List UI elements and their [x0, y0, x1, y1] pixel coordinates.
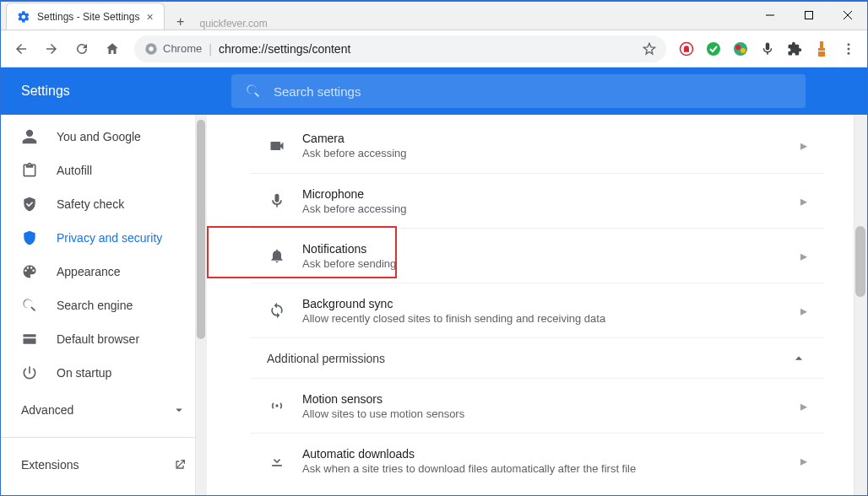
browser-icon	[21, 331, 38, 348]
back-button[interactable]	[8, 35, 35, 62]
sidebar-item-label: Search engine	[57, 299, 133, 312]
camera-icon	[267, 137, 287, 154]
tab-title: Settings - Site Settings	[37, 11, 139, 23]
svg-point-13	[848, 51, 850, 54]
row-motion-sensors[interactable]: Motion sensorsAllow sites to use motion …	[250, 378, 824, 433]
chevron-right-icon: ▸	[800, 193, 807, 209]
settings-page: Settings You and Google Autofill	[1, 67, 867, 496]
settings-sidebar: You and Google Autofill Safety check Pri…	[1, 115, 207, 496]
svg-point-6	[735, 45, 741, 50]
palette-icon	[21, 263, 38, 280]
omnibox-separator: |	[209, 42, 212, 56]
sidebar-item-you-google[interactable]: You and Google	[1, 120, 207, 154]
maximize-button[interactable]	[789, 2, 828, 29]
page-scroll-thumb[interactable]	[855, 226, 865, 297]
row-sub: Ask before accessing	[302, 147, 800, 159]
sidebar-item-startup[interactable]: On startup	[1, 356, 207, 390]
svg-rect-0	[806, 12, 813, 19]
sidebar-item-search[interactable]: Search engine	[1, 288, 207, 322]
chevron-right-icon: ▸	[800, 453, 807, 469]
window-controls	[751, 2, 867, 30]
svg-rect-8	[820, 41, 823, 48]
sidebar-item-autofill[interactable]: Autofill	[1, 154, 207, 187]
sidebar-item-label: On startup	[57, 366, 111, 380]
search-icon	[21, 297, 38, 314]
page-scrollbar[interactable]	[854, 115, 867, 496]
extensions-puzzle-icon[interactable]	[783, 35, 806, 62]
section-additional-permissions[interactable]: Additional permissions	[250, 337, 824, 378]
microphone-icon[interactable]	[756, 35, 779, 62]
browser-tab[interactable]: Settings - Site Settings ×	[6, 3, 165, 30]
address-bar[interactable]: Chrome | chrome://settings/content	[134, 35, 666, 62]
star-icon[interactable]	[643, 42, 656, 56]
sync-icon	[267, 302, 287, 319]
open-external-icon	[173, 458, 187, 472]
chevron-up-icon	[790, 350, 807, 367]
chevron-right-icon: ▸	[800, 303, 807, 319]
close-window-button[interactable]	[828, 2, 867, 29]
forward-button[interactable]	[38, 35, 65, 62]
row-background-sync[interactable]: Background syncAllow recently closed sit…	[250, 283, 824, 337]
chip-label: Chrome	[163, 42, 202, 55]
svg-point-11	[848, 43, 850, 46]
chrome-chip: Chrome	[144, 42, 202, 56]
shield-check-icon	[21, 196, 38, 213]
new-tab-button[interactable]: +	[168, 14, 193, 30]
row-title: Automatic downloads	[302, 447, 800, 461]
row-sub: Ask before accessing	[302, 202, 800, 215]
row-sub: Allow sites to use motion sensors	[302, 407, 800, 420]
url-text: chrome://settings/content	[219, 42, 636, 56]
row-microphone[interactable]: MicrophoneAsk before accessing ▸	[250, 173, 824, 228]
minimize-button[interactable]	[751, 2, 789, 29]
row-title: Camera	[302, 132, 800, 145]
advanced-label: Advanced	[21, 403, 73, 417]
extensions-label: Extensions	[21, 458, 79, 472]
row-sub: Allow recently closed sites to finish se…	[302, 312, 800, 325]
extension-icon-orange[interactable]	[810, 35, 833, 62]
sidebar-extensions[interactable]: Extensions	[1, 445, 207, 485]
chevron-right-icon: ▸	[800, 248, 807, 264]
sidebar-item-label: You and Google	[57, 130, 141, 143]
settings-body: You and Google Autofill Safety check Pri…	[1, 115, 867, 496]
sensor-icon	[267, 397, 287, 414]
sidebar-scroll-thumb[interactable]	[197, 120, 205, 339]
row-title: Background sync	[302, 297, 800, 310]
sidebar-scrollbar[interactable]	[195, 115, 207, 496]
search-settings-input[interactable]	[274, 84, 792, 99]
extension-icon-green[interactable]	[702, 35, 725, 62]
sidebar-item-privacy[interactable]: Privacy and security	[1, 221, 207, 255]
row-notifications[interactable]: NotificationsAsk before sending ▸	[250, 228, 824, 283]
search-settings-box[interactable]	[231, 74, 806, 108]
microphone-icon	[267, 192, 287, 209]
chevron-down-icon	[171, 402, 187, 418]
svg-rect-9	[818, 48, 825, 51]
svg-rect-10	[818, 51, 825, 57]
svg-point-2	[149, 46, 153, 51]
sidebar-item-safety[interactable]: Safety check	[1, 187, 207, 221]
tab-hint: quickfever.com	[200, 18, 268, 30]
divider	[1, 437, 207, 438]
sidebar-item-label: Safety check	[57, 197, 124, 211]
tab-strip: Settings - Site Settings × + quickfever.…	[1, 2, 751, 30]
row-auto-downloads[interactable]: Automatic downloadsAsk when a site tries…	[250, 433, 824, 488]
browser-menu-icon[interactable]	[837, 35, 860, 62]
home-button[interactable]	[99, 35, 126, 62]
person-icon	[21, 128, 38, 145]
row-camera[interactable]: CameraAsk before accessing ▸	[250, 118, 824, 173]
browser-toolbar: Chrome | chrome://settings/content	[1, 30, 867, 67]
row-title: Notifications	[302, 242, 800, 256]
shield-icon	[21, 229, 38, 246]
sidebar-advanced[interactable]: Advanced	[1, 390, 207, 430]
close-tab-icon[interactable]: ×	[146, 10, 153, 24]
sidebar-item-appearance[interactable]: Appearance	[1, 255, 207, 288]
search-icon	[245, 83, 262, 100]
power-icon	[21, 364, 38, 381]
reload-button[interactable]	[68, 35, 95, 62]
settings-header: Settings	[1, 67, 867, 115]
extension-icon-globe[interactable]	[729, 35, 752, 62]
svg-point-7	[741, 48, 746, 53]
chevron-right-icon: ▸	[800, 137, 807, 154]
extension-icon-red[interactable]	[675, 35, 698, 62]
sidebar-item-default-browser[interactable]: Default browser	[1, 322, 207, 356]
settings-content: CameraAsk before accessing ▸ MicrophoneA…	[207, 115, 867, 496]
